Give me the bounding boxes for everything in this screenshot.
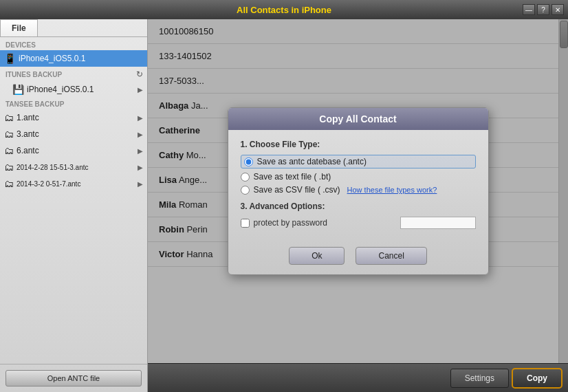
sidebar-item-iphone4[interactable]: 📱 iPhone4_iOS5.0.1	[0, 50, 147, 67]
password-input[interactable]	[400, 217, 476, 229]
close-button[interactable]: ✕	[551, 4, 564, 15]
ok-button[interactable]: Ok	[289, 247, 345, 265]
window-controls: — ? ✕	[523, 4, 564, 15]
copy-all-contact-modal: Copy All Contact 1. Choose File Type: Sa…	[228, 107, 489, 275]
sidebar-item-antc3[interactable]: 🗂 3.antc ▶	[0, 126, 147, 142]
minimize-button[interactable]: —	[523, 4, 535, 15]
sidebar-bottom: Open ANTC file	[0, 364, 147, 392]
itunes-backup-label: iTunes Backup	[4, 68, 63, 80]
iphone-icon: 📱	[4, 53, 16, 64]
contact-list: 10010086150 133-1401502 137-5033... Alba…	[148, 19, 568, 363]
sidebar-item-iphone4-itunes[interactable]: 💾 iPhone4_iOS5.0.1 ▶	[0, 81, 147, 98]
cancel-button[interactable]: Cancel	[356, 247, 426, 265]
antc1-label: 1.antc	[17, 113, 135, 122]
password-label: protect by password	[254, 218, 327, 228]
main-content: 10010086150 133-1401502 137-5033... Alba…	[148, 19, 568, 392]
radio-antc[interactable]	[244, 157, 253, 166]
itunes-backup-row: iTunes Backup ↻	[0, 67, 147, 81]
sidebar-item-antc2014a[interactable]: 🗂 2014-2-28 15-51-3.antc ▶	[0, 159, 147, 175]
antc3-label: 3.antc	[17, 129, 135, 139]
radio-option-csv[interactable]: Save as CSV file ( .csv) How these file …	[241, 185, 476, 195]
modal-title: Copy All Contact	[228, 108, 488, 130]
arrow-right-icon: ▶	[138, 86, 143, 94]
modal-overlay: Copy All Contact 1. Choose File Type: Sa…	[148, 19, 568, 363]
sidebar-tabs: File	[0, 19, 147, 37]
devices-section-label: DEVICES	[0, 37, 147, 50]
app-title: All Contacts in iPhone	[237, 5, 331, 15]
antc2014a-label: 2014-2-28 15-51-3.antc	[17, 164, 135, 171]
file-icon-1: 🗂	[4, 112, 14, 123]
sidebar-item-antc1[interactable]: 🗂 1.antc ▶	[0, 109, 147, 126]
file-icon-5: 🗂	[4, 178, 14, 189]
radio-csv-label: Save as CSV file ( .csv)	[254, 185, 340, 195]
settings-button[interactable]: Settings	[450, 369, 509, 388]
password-row: protect by password	[241, 217, 476, 229]
advanced-options-label: 3. Advanced Options:	[241, 202, 476, 211]
arrow-right-icon-1: ▶	[138, 114, 143, 122]
iphone4-label: iPhone4_iOS5.0.1	[19, 54, 143, 63]
arrow-right-icon-2: ▶	[138, 131, 143, 138]
radio-option-txt[interactable]: Save as text file ( .bt)	[241, 172, 476, 182]
radio-antc-label: Save as antc datebase (.antc)	[257, 157, 367, 166]
disk-icon: 💾	[12, 84, 24, 95]
tansee-backup-label: Tansee Backup	[0, 98, 147, 109]
footer-bar: Settings Copy	[148, 363, 568, 392]
antc2014b-label: 2014-3-2 0-51-7.antc	[17, 180, 135, 188]
file-icon-4: 🗂	[4, 162, 14, 173]
sidebar: File DEVICES 📱 iPhone4_iOS5.0.1 iTunes B…	[0, 19, 148, 392]
radio-csv[interactable]	[241, 186, 250, 195]
radio-option-antc[interactable]: Save as antc datebase (.antc)	[241, 155, 476, 168]
help-button[interactable]: ?	[537, 4, 549, 15]
sidebar-item-antc6[interactable]: 🗂 6.antc ▶	[0, 142, 147, 159]
copy-button[interactable]: Copy	[512, 368, 562, 389]
password-checkbox[interactable]	[241, 219, 250, 228]
radio-txt-label: Save as text file ( .bt)	[254, 172, 331, 182]
file-tab[interactable]: File	[0, 19, 38, 36]
antc6-label: 6.antc	[17, 146, 135, 155]
file-icon-2: 🗂	[4, 129, 14, 140]
app-body: File DEVICES 📱 iPhone4_iOS5.0.1 iTunes B…	[0, 19, 568, 392]
modal-footer: Ok Cancel	[228, 239, 488, 274]
iphone4-itunes-label: iPhone4_iOS5.0.1	[27, 85, 135, 94]
sidebar-item-antc2014b[interactable]: 🗂 2014-3-2 0-51-7.antc ▶	[0, 175, 147, 192]
arrow-right-icon-3: ▶	[138, 147, 143, 155]
file-type-label: 1. Choose File Type:	[241, 140, 476, 149]
radio-txt[interactable]	[241, 173, 250, 182]
modal-body: 1. Choose File Type: Save as antc dateba…	[228, 130, 488, 239]
title-bar: All Contacts in iPhone — ? ✕	[0, 0, 568, 19]
open-antc-button[interactable]: Open ANTC file	[6, 370, 142, 386]
advanced-options-section: 3. Advanced Options: protect by password	[241, 202, 476, 229]
arrow-right-icon-5: ▶	[138, 180, 143, 188]
how-link[interactable]: How these file types work?	[347, 186, 437, 194]
refresh-icon[interactable]: ↻	[136, 69, 143, 79]
file-icon-3: 🗂	[4, 145, 14, 156]
arrow-right-icon-4: ▶	[138, 164, 143, 171]
